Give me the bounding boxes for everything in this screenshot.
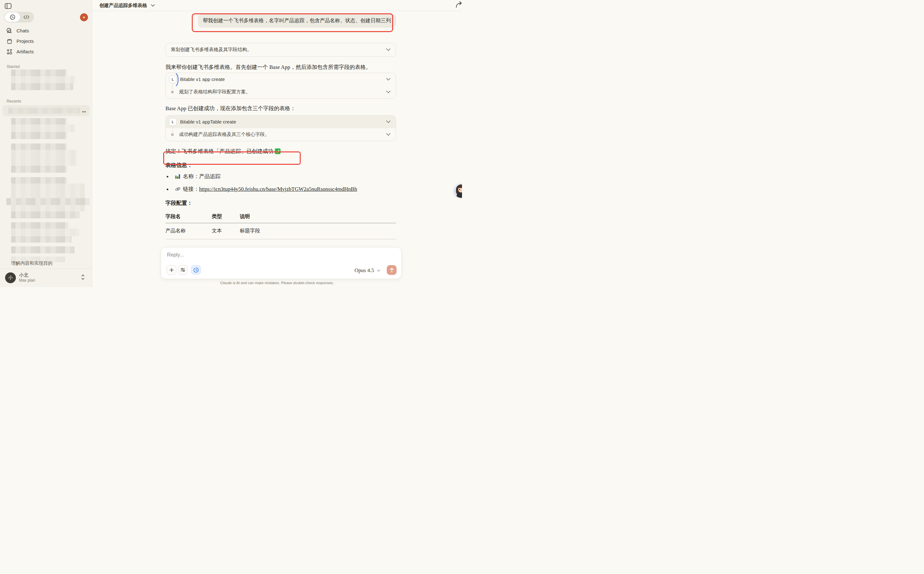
redacted-chat-item[interactable] — [11, 183, 85, 191]
table-row: 产品名称 文本 标题字段 — [166, 223, 396, 239]
redacted-starred-item[interactable] — [11, 69, 67, 76]
redacted-chat-item[interactable] — [11, 125, 75, 132]
assistant-success-line: 搞定！飞书多维表格「产品追踪」已创建成功 — [166, 148, 396, 155]
table-info-list: 名称： 产品追踪 链接： https://icn3tup44y50.feishu… — [166, 172, 396, 193]
info-label: 链接： — [183, 185, 199, 193]
user-avatar: 小 — [5, 273, 16, 283]
sidebar-item-label: Projects — [16, 38, 34, 44]
conversation-title: 创建产品追踪多维表格 — [99, 3, 147, 9]
artifacts-icon — [6, 49, 13, 55]
redacted-chat-item[interactable] — [11, 222, 68, 229]
new-chat-button[interactable]: + — [80, 13, 88, 21]
clock-icon — [193, 267, 199, 273]
redacted-chat-item[interactable] — [11, 118, 67, 125]
share-icon[interactable] — [455, 1, 462, 9]
model-name: Opus 4.5 — [355, 267, 374, 274]
tool-result-summary: 成功构建产品追踪表格及其三个核心字段。 — [179, 131, 270, 137]
code-mode-segment[interactable] — [20, 13, 33, 22]
chevron-down-icon — [386, 90, 391, 93]
chevron-down-icon — [151, 4, 155, 7]
redacted-chat-title — [8, 108, 80, 114]
user-name: 小北 — [19, 272, 28, 278]
main-area: 创建产品追踪多维表格 帮我创建一个飞书多维表格，名字叫产品追踪，包含产品名称、状… — [92, 0, 462, 287]
table-info-heading: 表格信息： — [166, 162, 396, 169]
redacted-chat-item[interactable] — [11, 211, 80, 218]
connector-line — [172, 126, 173, 135]
info-value: 产品追踪 — [199, 172, 221, 181]
sidebar-item-projects[interactable]: Projects — [3, 36, 89, 46]
tool-call-header[interactable]: L Bitable v1 app create — [166, 73, 396, 86]
disclaimer-text: Claude is AI and can make mistakes. Plea… — [92, 281, 462, 285]
tool-name: Bitable v1 appTable create — [180, 119, 236, 125]
sidebar: + Chats Projects Artifacts — [0, 0, 92, 287]
account-menu[interactable]: 小 小北 Max plan — [0, 268, 92, 287]
base-link[interactable]: https://icn3tup44y50.feishu.cn/base/Myjz… — [199, 185, 357, 193]
column-header: 字段名 — [166, 213, 212, 223]
code-icon — [23, 15, 30, 19]
redacted-chat-item[interactable] — [6, 198, 90, 205]
sidebar-item-label: Artifacts — [16, 49, 34, 54]
sidebar-nav: Chats Projects Artifacts — [3, 25, 89, 57]
tool-name: Bitable v1 app create — [180, 77, 225, 82]
redacted-chat-item[interactable] — [11, 150, 77, 158]
assistant-text: 我来帮你创建飞书多维表格。首先创建一个 Base App，然后添加包含所需字段的… — [166, 63, 396, 71]
redacted-starred-item[interactable] — [11, 76, 75, 83]
tools-settings-button[interactable] — [178, 265, 188, 274]
redacted-chat-item[interactable] — [11, 177, 67, 183]
chevron-down-icon — [386, 48, 391, 51]
assistant-text: Base App 已创建成功，现在添加包含三个字段的表格： — [166, 105, 396, 112]
plus-icon: + — [82, 14, 86, 20]
column-header: 说明 — [240, 213, 396, 223]
sidebar-item-chats[interactable]: Chats — [3, 25, 89, 36]
redacted-chat-item[interactable] — [11, 229, 79, 236]
tool-call-header[interactable]: L Bitable v1 appTable create — [166, 115, 396, 128]
tool-result-row[interactable]: 规划了表格结构和字段配置方案。 — [166, 86, 396, 98]
redacted-starred-item[interactable] — [11, 83, 73, 90]
conversation-title-dropdown[interactable]: 创建产品追踪多维表格 — [99, 3, 155, 9]
redacted-chat-item[interactable] — [11, 236, 71, 243]
history-clock-button[interactable] — [191, 265, 201, 274]
chevron-down-icon — [386, 120, 391, 123]
redacted-chat-item[interactable] — [11, 205, 85, 211]
list-item: 名称： 产品追踪 — [166, 172, 396, 181]
redacted-chat-item[interactable] — [11, 191, 85, 198]
table-cell: 文本 — [212, 223, 240, 239]
thinking-collapse-card[interactable]: 筹划创建飞书多维表格及其字段结构。 — [166, 43, 396, 57]
sidebar-item-artifacts[interactable]: Artifacts — [3, 46, 89, 57]
fields-table: 字段名 类型 说明 产品名称 文本 标题字段 — [166, 213, 396, 240]
bar-chart-emoji — [175, 173, 180, 179]
chevron-down-icon — [386, 133, 391, 136]
sidebar-toggle-icon[interactable] — [4, 2, 12, 10]
send-button[interactable] — [387, 265, 397, 275]
redacted-chat-item[interactable] — [11, 246, 75, 253]
thinking-summary: 筹划创建飞书多维表格及其字段结构。 — [171, 47, 252, 53]
reply-composer[interactable]: Reply... Opus 4.5 — [161, 247, 402, 279]
plus-icon — [169, 268, 174, 273]
redacted-chat-item[interactable] — [11, 144, 67, 150]
recent-item-clipped[interactable]: 理解内容和实现目的 — [11, 260, 53, 266]
reply-input[interactable]: Reply... — [167, 252, 184, 258]
item-menu-icon[interactable]: •• — [82, 109, 87, 114]
connector-line — [172, 84, 173, 92]
redacted-chat-item[interactable] — [11, 158, 77, 166]
model-selector[interactable]: Opus 4.5 — [355, 267, 380, 274]
recents-list: •• 理解内容和实现目的 — [0, 102, 92, 269]
sliders-icon — [180, 268, 185, 272]
app-window: + Chats Projects Artifacts — [0, 0, 462, 287]
tool-result-row[interactable]: 成功构建产品追踪表格及其三个核心字段。 — [166, 128, 396, 141]
redacted-chat-item[interactable] — [11, 166, 67, 173]
list-item: 链接： https://icn3tup44y50.feishu.cn/base/… — [166, 185, 396, 193]
chevron-down-icon — [377, 270, 380, 272]
redacted-chat-item[interactable] — [11, 132, 67, 139]
recent-item-active[interactable]: •• — [3, 105, 90, 116]
starred-section-label: Starred — [7, 65, 20, 69]
chats-icon — [6, 28, 13, 34]
lark-mcp-badge: L — [169, 118, 177, 126]
link-emoji — [175, 186, 180, 192]
info-label: 名称： — [183, 172, 199, 181]
attach-button[interactable] — [167, 265, 176, 274]
chat-mode-segment[interactable] — [5, 13, 20, 22]
avatar-eye — [459, 189, 460, 190]
check-mark-emoji — [275, 148, 281, 154]
conversation: 帮我创建一个飞书多维表格，名字叫产品追踪，包含产品名称、状态、创建日期三列 筹划… — [166, 11, 396, 240]
